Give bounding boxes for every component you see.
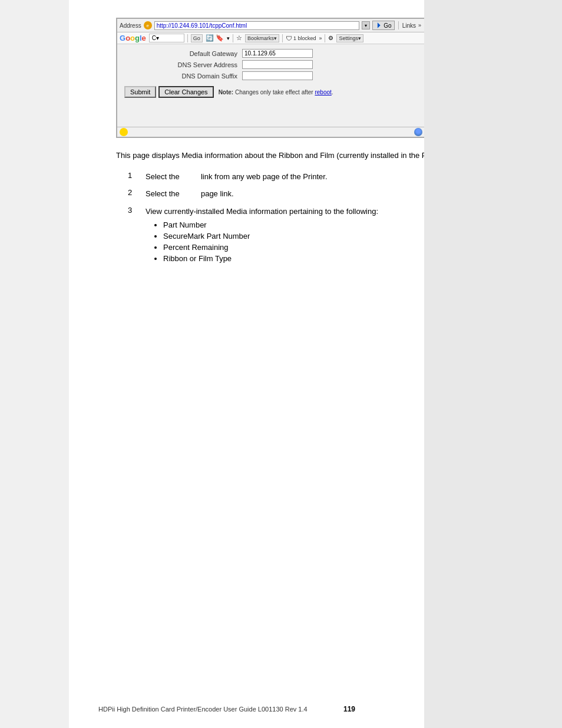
note-body: Changes only take effect after xyxy=(235,89,313,95)
step-2-number: 2 xyxy=(128,188,140,197)
go-arrow-icon xyxy=(375,22,382,29)
bullet-part-number: Part Number xyxy=(163,220,378,229)
form-buttons-row: Submit Clear Changes Note: Changes only … xyxy=(122,85,440,99)
page-number: 119 xyxy=(343,705,355,713)
google-logo: Google xyxy=(120,34,146,42)
toolbar-sep6 xyxy=(325,34,325,42)
page-icon: e xyxy=(144,21,152,29)
links-label: Links xyxy=(402,22,416,29)
step-1: 1 Select the link from any web page of t… xyxy=(128,171,464,183)
page-footer: HDPii High Definition Card Printer/Encod… xyxy=(98,705,355,713)
right-sidebar xyxy=(424,0,562,728)
address-input[interactable] xyxy=(154,21,360,30)
bullet-ribbon: Ribbon or Film Type xyxy=(163,254,378,263)
step-2: 2 Select the page link. xyxy=(128,188,464,200)
clear-changes-button[interactable]: Clear Changes xyxy=(158,86,213,98)
gateway-input[interactable] xyxy=(242,49,313,58)
step-3-number: 3 xyxy=(128,206,140,215)
footer-text: HDPii High Definition Card Printer/Encod… xyxy=(98,706,308,713)
note-label: Note: xyxy=(219,89,234,95)
step-3: 3 View currently-installed Media informa… xyxy=(128,206,464,266)
google-search-input[interactable] xyxy=(149,34,184,42)
form-row-gateway: Default Gateway xyxy=(122,48,440,59)
go-button[interactable]: Go xyxy=(372,21,394,30)
go-label: Go xyxy=(384,22,391,29)
bullet-list: Part Number SecureMark Part Number Perce… xyxy=(163,220,378,263)
dns-server-input[interactable] xyxy=(242,60,313,69)
google-toolbar: Google Go 🔄 🔖 ▾ ☆ Bookmarks▾ 🛡 1 blocked… xyxy=(117,32,445,44)
step-3-text: View currently-installed Media informati… xyxy=(146,207,378,216)
address-dropdown[interactable]: ▾ xyxy=(362,21,370,29)
address-label: Address xyxy=(120,22,141,29)
bookmarks-button[interactable]: Bookmarks▾ xyxy=(245,34,279,42)
steps-list: 1 Select the link from any web page of t… xyxy=(128,171,464,266)
links-chevron[interactable]: » xyxy=(418,22,421,28)
toolbar-sep4 xyxy=(233,34,233,42)
toolbar-sep1 xyxy=(398,21,399,29)
gateway-input-cell xyxy=(240,48,440,59)
form-table: Default Gateway DNS Server Address DNS D… xyxy=(122,48,440,81)
submit-button[interactable]: Submit xyxy=(124,86,156,98)
blocked-label: 1 blocked xyxy=(293,35,316,41)
step-1-number: 1 xyxy=(128,171,140,180)
step-2-text: Select the page link. xyxy=(146,188,234,200)
blocked-info: 🛡 1 blocked xyxy=(286,35,316,42)
bullet-securemark: SecureMark Part Number xyxy=(163,232,378,241)
toolbar-dropdown[interactable]: ▾ xyxy=(227,35,230,41)
dns-server-label: DNS Server Address xyxy=(122,59,240,70)
dns-server-input-cell xyxy=(240,59,440,70)
blocked-icon: 🛡 xyxy=(286,35,292,42)
dns-domain-input[interactable] xyxy=(242,71,313,80)
gateway-label: Default Gateway xyxy=(122,48,240,59)
body-paragraph: This page displays Media information abo… xyxy=(116,150,464,162)
google-go-button[interactable]: Go xyxy=(191,34,203,42)
browser-content: Default Gateway DNS Server Address DNS D… xyxy=(117,44,445,127)
reboot-link[interactable]: reboot xyxy=(315,89,331,95)
toolbar-chevron2[interactable]: » xyxy=(319,35,322,41)
settings-icon: ⚙ xyxy=(328,35,333,41)
toolbar-sep3 xyxy=(187,34,188,42)
settings-button[interactable]: Settings▾ xyxy=(336,34,363,42)
form-row-dns-domain: DNS Domain Suffix xyxy=(122,70,440,81)
status-icon xyxy=(120,128,128,136)
step-1-text: Select the link from any web page of the… xyxy=(146,171,328,183)
address-bar: Address e ▾ Go Links » ⭐ ▾ xyxy=(117,19,445,32)
note-text: Note: Changes only take effect after reb… xyxy=(219,89,333,95)
browser-status-bar: Internet xyxy=(117,127,445,137)
toolbar-icons: 🔄 🔖 xyxy=(206,34,224,42)
dns-domain-input-cell xyxy=(240,70,440,81)
dns-domain-label: DNS Domain Suffix xyxy=(122,70,240,81)
browser-screenshot: Address e ▾ Go Links » ⭐ ▾ Google xyxy=(116,18,446,138)
star-icon: ☆ xyxy=(236,34,242,42)
form-row-dns-server: DNS Server Address xyxy=(122,59,440,70)
ie-globe-icon xyxy=(414,128,422,136)
toolbar-sep5 xyxy=(282,34,283,42)
bullet-percent: Percent Remaining xyxy=(163,243,378,252)
